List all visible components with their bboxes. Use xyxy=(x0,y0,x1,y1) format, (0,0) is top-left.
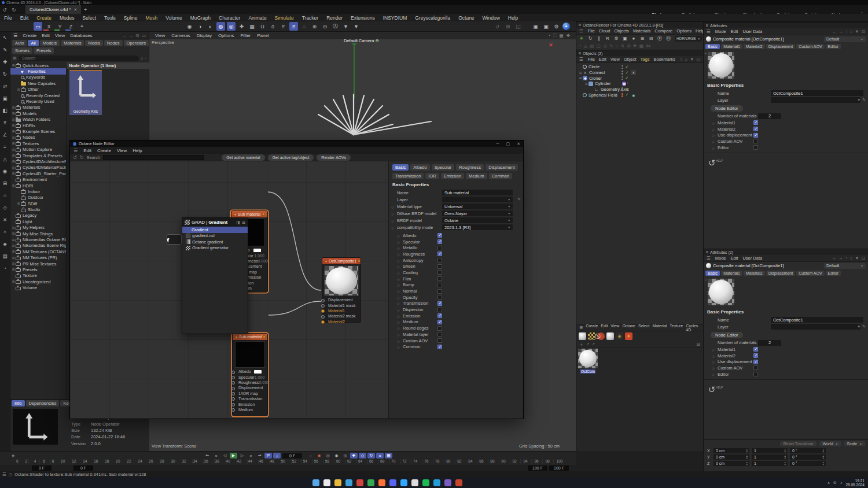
scale-field[interactable]: 1▲▼ xyxy=(752,448,788,453)
output-port-icon[interactable] xyxy=(262,213,265,216)
menu-item[interactable]: Edit xyxy=(16,14,33,21)
objects-menu-item[interactable]: Bookmarks xyxy=(653,57,675,62)
toolbar-icon[interactable]: ▭ xyxy=(34,22,42,31)
tool-icon[interactable]: # xyxy=(1,119,9,126)
output-port-icon[interactable] xyxy=(263,335,266,338)
filter-tab[interactable]: Media xyxy=(85,40,102,46)
filter-tab[interactable]: Materials xyxy=(61,40,84,46)
asset-tree-item[interactable]: ⊞ Uncategorized xyxy=(10,279,66,284)
node-port-row[interactable]: Emission xyxy=(233,401,267,406)
asset-tile-geometry-axis[interactable]: Geometry Axis xyxy=(69,70,102,115)
taskbar-app-icon[interactable] xyxy=(356,479,363,486)
filter-tab[interactable]: Auto xyxy=(12,40,27,46)
checkbox[interactable] xyxy=(437,239,442,244)
keying-icon[interactable]: ◇ xyxy=(359,453,366,459)
octane-tool-icon-dim[interactable]: ✎ xyxy=(609,43,613,49)
asset-tree-item[interactable]: ⊞ Light xyxy=(10,219,66,224)
dot-icon[interactable]: ◦ xyxy=(145,56,146,60)
hamburger-icon[interactable]: ☰ xyxy=(13,33,17,38)
search-input[interactable] xyxy=(19,56,139,61)
tool-icon[interactable]: ▣ xyxy=(1,94,9,102)
octane-tool-icon-dim[interactable]: ↯ xyxy=(621,43,625,49)
toolbar-icon[interactable]: ⊠ xyxy=(503,22,512,31)
enabled-check-icon[interactable]: ✓ xyxy=(626,71,629,75)
transport-icon[interactable]: ⇤ xyxy=(204,453,211,459)
menu-edit[interactable]: Edit xyxy=(731,29,738,34)
node-port-row[interactable]: Material1 xyxy=(322,308,361,313)
attr-nav-icon[interactable]: ↑ xyxy=(845,256,848,261)
hamburger-icon[interactable]: ☰ xyxy=(579,326,583,330)
node-header[interactable]: ▼OctComposite1 xyxy=(322,258,361,264)
menu-view[interactable]: View xyxy=(55,33,65,38)
color-swatch[interactable] xyxy=(254,370,262,374)
hamburger-icon[interactable]: ☰ xyxy=(707,256,711,261)
close-icon[interactable]: ✕ xyxy=(517,142,520,146)
popup-result-item[interactable]: gradient.osl xyxy=(182,233,248,239)
expander-icon[interactable]: ⊞ xyxy=(12,154,15,157)
toolbar-icon[interactable]: # xyxy=(289,22,298,31)
node-port-row[interactable]: 1/IOR map xyxy=(233,391,267,396)
property-value-field[interactable]: Oren-Nayar▼ xyxy=(442,210,513,216)
filter-tab[interactable]: Nodes xyxy=(104,40,123,46)
filter-tab[interactable]: Scenes xyxy=(12,47,32,54)
visibility-dots-icon[interactable] xyxy=(621,87,623,91)
checkbox[interactable] xyxy=(437,326,442,331)
prop-tab[interactable]: Medium xyxy=(466,173,487,179)
octane-menu-item[interactable]: File xyxy=(588,28,595,34)
menu-create[interactable]: Create xyxy=(23,33,36,38)
node-graph-canvas[interactable]: ▼Sub material AlbedoSpecular1.000Roughne… xyxy=(70,161,388,419)
asset-tree-item[interactable]: ⊞ PR Misc Textures xyxy=(10,261,66,267)
asset-tree-item[interactable]: ⊞ Recently Created xyxy=(10,93,66,98)
octane-tool-icon-dim[interactable]: ⋈ xyxy=(646,43,650,49)
scale-mode-select[interactable]: Scale▼ xyxy=(844,441,865,446)
asset-tree-item[interactable]: ⊞ Templates & Presets xyxy=(10,153,66,158)
volume-icon[interactable]: ♪ xyxy=(840,480,843,485)
keying-icon[interactable]: ↻ xyxy=(367,453,375,459)
tool-icon[interactable]: ∠ xyxy=(1,131,9,138)
octane-tool-icon[interactable]: ⊟ xyxy=(648,35,654,42)
taskbar-app-icon[interactable] xyxy=(400,479,407,486)
taskbar-app-icon[interactable] xyxy=(389,479,396,486)
layout-icon[interactable]: ◱ xyxy=(696,57,700,62)
asset-tree-item[interactable]: ⊞ Keywords xyxy=(10,75,66,80)
object-tag-icon[interactable] xyxy=(631,87,636,92)
checkbox[interactable] xyxy=(437,295,442,300)
toolbar-icon[interactable]: ◌ xyxy=(300,22,308,31)
expander-icon[interactable]: ⊞ xyxy=(17,88,20,91)
visibility-dots-icon[interactable] xyxy=(621,93,623,97)
preset-select[interactable]: Default▼ xyxy=(824,263,866,269)
asset-tree-item[interactable]: ⊞ Recently Used xyxy=(10,98,66,104)
get-active-material-button[interactable]: Get active material xyxy=(222,154,264,161)
checkbox[interactable] xyxy=(437,332,442,337)
menu-item[interactable]: Window xyxy=(479,14,504,21)
octane-tool-icon-dim[interactable]: ⊚ xyxy=(627,43,631,49)
node-editor-titlebar[interactable]: Octane Node Editor ─ ▢ ✕ xyxy=(70,141,523,147)
rotation-field[interactable]: 0 °▲▼ xyxy=(790,461,826,466)
toolbar-icon[interactable]: ⌖ xyxy=(78,22,86,31)
prop-tab[interactable]: Basic xyxy=(392,164,409,171)
rotation-field[interactable]: 0 °▲▼ xyxy=(790,454,826,460)
checkbox[interactable] xyxy=(753,353,758,358)
visibility-dots-icon[interactable] xyxy=(621,71,623,75)
tool-icon[interactable]: ⌂ xyxy=(1,191,9,199)
layer-field[interactable] xyxy=(771,324,860,330)
checkbox[interactable] xyxy=(437,320,442,324)
asset-tree-item[interactable]: ⊞ Cycles4DArchitecturePack-4K xyxy=(10,158,66,164)
object-tag-icon[interactable] xyxy=(631,64,636,69)
forward-icon[interactable]: → xyxy=(129,33,134,38)
octane-tool-icon-dim[interactable]: ◔ xyxy=(579,43,582,49)
octane-tool-icon[interactable]: ⚙ xyxy=(613,35,620,42)
asset-tree-item[interactable]: ⊞ Favorites xyxy=(10,68,66,74)
tool-icon[interactable]: ↻ xyxy=(1,70,9,77)
keying-icon[interactable]: ◌ xyxy=(307,453,314,459)
search-icon[interactable]: ○ xyxy=(680,57,683,62)
timeline-range-row[interactable]: 0 F 0 F 100 F 100 F xyxy=(0,465,576,471)
checkbox[interactable] xyxy=(753,133,758,138)
octane-tool-icon-dim[interactable]: ✚ xyxy=(633,43,637,49)
popup-result-item[interactable]: Octane gradient xyxy=(182,239,248,245)
expander-icon[interactable]: ⊞ xyxy=(579,71,582,75)
attribute-tab[interactable]: Editor xyxy=(826,44,841,49)
scale-field[interactable]: 1▲▼ xyxy=(752,461,788,466)
object-row[interactable]: ⊞ Cylinder ✓ xyxy=(576,81,703,87)
node-header[interactable]: ▼Sub material xyxy=(233,334,267,340)
